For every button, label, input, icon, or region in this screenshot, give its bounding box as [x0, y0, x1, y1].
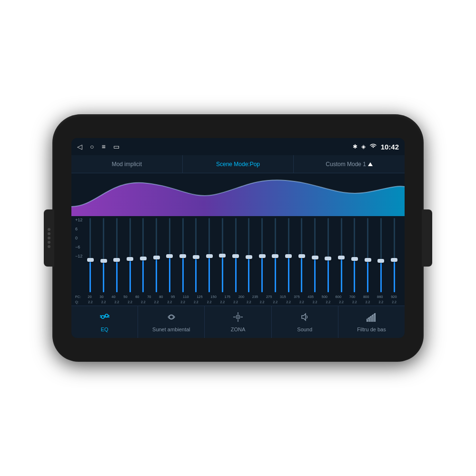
- q-label: 2.2: [115, 300, 119, 304]
- slider-thumb[interactable]: [246, 255, 252, 259]
- nav-tab-zona[interactable]: ZONA: [205, 306, 271, 338]
- freq-label: 20: [88, 295, 91, 299]
- slider-track[interactable]: [222, 218, 223, 292]
- slider-track[interactable]: [275, 218, 276, 292]
- slider-fill: [169, 255, 170, 292]
- slider-fill: [275, 255, 276, 292]
- sliders-container: [75, 218, 401, 306]
- eq-icon: [99, 312, 110, 325]
- slider-fill: [248, 256, 249, 292]
- slider-col: [261, 218, 263, 292]
- nav-tab-sunet-ambiental[interactable]: Sunet ambiental: [138, 306, 205, 338]
- slider-track[interactable]: [182, 218, 184, 292]
- slider-track[interactable]: [314, 218, 316, 292]
- slider-track[interactable]: [248, 218, 249, 292]
- slider-thumb[interactable]: [140, 257, 147, 260]
- slider-thumb[interactable]: [100, 259, 107, 263]
- q-prefix: Q:: [75, 300, 79, 304]
- slider-thumb[interactable]: [272, 254, 278, 258]
- slider-thumb[interactable]: [298, 254, 305, 258]
- slider-track[interactable]: [380, 218, 382, 292]
- freq-label: 435: [307, 295, 314, 299]
- nav-tab-label-zona: ZONA: [231, 327, 246, 332]
- freq-label: 315: [280, 295, 286, 299]
- slider-col: [301, 218, 302, 292]
- back-icon[interactable]: ◁: [77, 143, 82, 150]
- slider-track[interactable]: [103, 218, 104, 292]
- freq-label: 80: [159, 295, 163, 299]
- slider-thumb[interactable]: [312, 256, 318, 259]
- slider-track[interactable]: [341, 218, 342, 292]
- slider-thumb[interactable]: [338, 256, 345, 259]
- status-icons: ✱ ◈ 10:42: [353, 143, 399, 151]
- freq-labels: 2030405060708095110125150175200235275315…: [84, 295, 401, 299]
- slider-thumb[interactable]: [259, 254, 266, 258]
- slider-col: [182, 218, 184, 292]
- slider-thumb[interactable]: [377, 259, 384, 263]
- slider-thumb[interactable]: [153, 256, 160, 259]
- freq-label: 50: [123, 295, 127, 299]
- slider-track[interactable]: [116, 218, 118, 292]
- slider-thumb[interactable]: [219, 254, 226, 258]
- slider-thumb[interactable]: [87, 258, 94, 262]
- slider-thumb[interactable]: [351, 257, 358, 261]
- slider-track[interactable]: [195, 218, 197, 292]
- nav-tab-eq[interactable]: EQ: [71, 306, 138, 338]
- slider-col: [327, 218, 329, 292]
- slider-thumb[interactable]: [285, 254, 292, 258]
- slider-fill: [129, 258, 131, 292]
- recent-icon[interactable]: ▭: [113, 143, 119, 150]
- slider-thumb[interactable]: [325, 257, 331, 260]
- slider-thumb[interactable]: [127, 257, 133, 261]
- svg-point-10: [238, 317, 239, 318]
- svg-point-8: [169, 315, 173, 319]
- freq-label: 60: [135, 295, 139, 299]
- freq-label: 235: [252, 295, 258, 299]
- slider-thumb[interactable]: [391, 258, 397, 262]
- q-label: 2.2: [339, 300, 344, 304]
- car-unit: ◁ ○ ≡ ▭ ✱ ◈ 10:42 Mod implicit: [52, 114, 424, 362]
- mode-scene[interactable]: Scene Mode:Pop: [183, 155, 294, 173]
- slider-col: [156, 218, 157, 292]
- slider-track[interactable]: [327, 218, 329, 292]
- nav-tab-sound[interactable]: Sound: [272, 306, 338, 338]
- slider-thumb[interactable]: [166, 254, 173, 258]
- slider-fill: [261, 255, 263, 292]
- slider-track[interactable]: [394, 218, 395, 292]
- slider-track[interactable]: [235, 218, 237, 292]
- slider-thumb[interactable]: [206, 254, 213, 258]
- fc-prefix: FC:: [75, 295, 81, 299]
- freq-label: 275: [266, 295, 272, 299]
- nav-tab-filtru-de-bas[interactable]: Filtru de bas: [338, 306, 405, 338]
- home-icon[interactable]: ○: [90, 143, 94, 150]
- slider-fill: [222, 254, 223, 292]
- slider-thumb[interactable]: [232, 254, 239, 258]
- slider-track[interactable]: [261, 218, 263, 292]
- slider-track[interactable]: [354, 218, 355, 292]
- eq-sliders-area: +1260−6−12 20304050607080951101251501752…: [71, 216, 405, 306]
- sound-icon: [299, 312, 310, 325]
- slider-thumb[interactable]: [113, 258, 120, 262]
- slider-fill: [327, 258, 329, 292]
- sunet-ambiental-icon: [166, 312, 177, 325]
- slider-track[interactable]: [208, 218, 210, 292]
- mode-custom[interactable]: Custom Mode 1: [294, 155, 405, 173]
- menu-icon[interactable]: ≡: [101, 143, 105, 150]
- slider-thumb[interactable]: [179, 254, 186, 258]
- slider-track[interactable]: [89, 218, 91, 292]
- slider-track[interactable]: [156, 218, 157, 292]
- wifi-icon: [369, 143, 377, 150]
- slider-track[interactable]: [169, 218, 170, 292]
- slider-thumb[interactable]: [193, 255, 199, 259]
- slider-track[interactable]: [301, 218, 302, 292]
- slider-track[interactable]: [142, 218, 144, 292]
- mode-implicit[interactable]: Mod implicit: [71, 155, 183, 173]
- slider-fill: [367, 259, 368, 292]
- location-icon: ◈: [361, 143, 366, 150]
- svg-point-1: [101, 316, 104, 318]
- slider-thumb[interactable]: [365, 258, 371, 262]
- slider-track[interactable]: [367, 218, 368, 292]
- slider-track[interactable]: [129, 218, 131, 292]
- slider-track[interactable]: [288, 218, 289, 292]
- freq-label: 500: [321, 295, 327, 299]
